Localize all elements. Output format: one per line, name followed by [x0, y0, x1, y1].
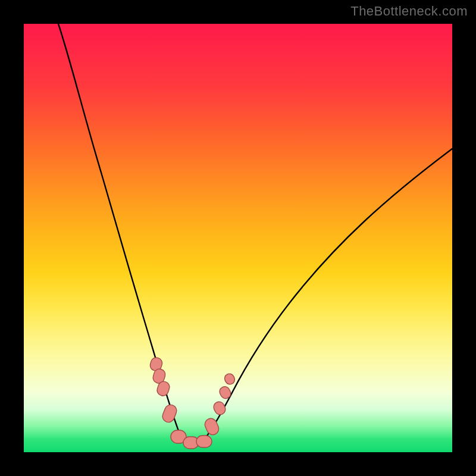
chart-svg	[24, 24, 452, 452]
bead	[196, 436, 212, 447]
bead-cluster	[149, 356, 236, 449]
bottleneck-curve	[58, 24, 452, 444]
bead	[218, 385, 232, 400]
bead	[223, 372, 237, 386]
bead	[212, 400, 227, 416]
watermark-text: TheBottleneck.com	[350, 4, 468, 19]
plot-area	[24, 24, 452, 452]
bead	[161, 403, 178, 424]
chart-frame: TheBottleneck.com	[0, 0, 476, 476]
curve-right-branch	[202, 149, 452, 441]
